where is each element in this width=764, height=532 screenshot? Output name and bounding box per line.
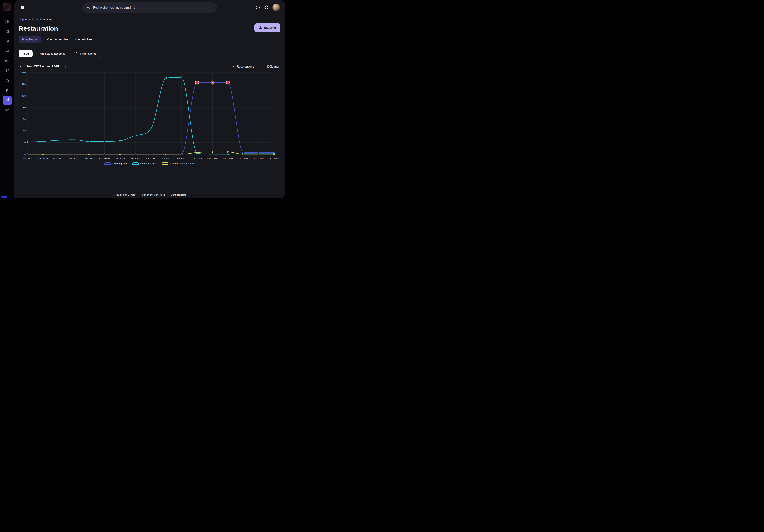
chevron-down-icon — [232, 65, 235, 68]
filter-accepted-chip[interactable]: Participants acceptés — [35, 50, 69, 58]
svg-text:120: 120 — [22, 83, 26, 85]
bed-icon — [5, 59, 9, 64]
sidebar-item-dashboard[interactable] — [3, 17, 12, 27]
user-avatar[interactable] — [273, 4, 280, 11]
svg-text:jeu. 13/07: jeu. 13/07 — [177, 157, 186, 160]
svg-text:!: ! — [212, 81, 213, 84]
sidebar-item-shopping[interactable] — [3, 76, 12, 85]
filter-all-chip[interactable]: Tous — [19, 50, 33, 58]
hamburger-icon — [20, 5, 25, 10]
sidebar-item-settings[interactable] — [3, 105, 12, 115]
svg-text:jeu. 06/07: jeu. 06/07 — [69, 157, 79, 160]
tabs: Graphique Vue d'ensemble Vue détaillée — [19, 36, 281, 43]
svg-text:!: ! — [227, 81, 228, 84]
legend-item[interactable]: Catering Artiste — [132, 162, 157, 165]
legend-swatch — [162, 163, 168, 165]
menu-toggle-button[interactable] — [19, 4, 26, 11]
svg-text:100: 100 — [22, 95, 26, 97]
sidebar-item-building[interactable] — [3, 27, 12, 36]
cutlery-icon — [5, 68, 9, 73]
privacy-link[interactable]: Confidentialité — [171, 194, 186, 196]
legend-item[interactable]: Catering Panier Repas — [162, 162, 195, 165]
tab-vue-densemble[interactable]: Vue d'ensemble — [47, 36, 69, 43]
sliders-icon — [75, 52, 79, 56]
svg-text:sam. 08/07: sam. 08/07 — [99, 157, 110, 160]
topbar — [14, 0, 285, 15]
svg-text:mer. 05/07: mer. 05/07 — [53, 157, 64, 160]
prev-period-button[interactable] — [19, 64, 23, 68]
svg-text:dim. 16/07: dim. 16/07 — [223, 157, 233, 160]
help-icon — [256, 5, 260, 10]
line-chart[interactable]: 020406080100120140lun. 03/07mar. 04/07me… — [19, 70, 280, 162]
app-window: P — [0, 0, 285, 199]
search-input[interactable] — [93, 6, 213, 9]
sidebar-item-parking[interactable]: P — [3, 86, 12, 95]
gear-icon — [5, 108, 9, 112]
legend-swatch — [104, 163, 111, 165]
title-row: Restauration Exporter — [19, 23, 281, 32]
reservations-dropdown-label: Réservations — [237, 65, 254, 68]
svg-text:lun. 17/07: lun. 17/07 — [239, 157, 248, 160]
help-button[interactable] — [256, 5, 261, 10]
search-icon — [87, 5, 90, 10]
download-icon — [259, 26, 262, 30]
sidebar-nav: P — [3, 17, 12, 115]
bottom-left-accent-bar — [0, 196, 7, 199]
filter-advanced-label: Filtre avancé — [80, 52, 96, 55]
chart-legend: Catering StaffCatering ArtisteCatering P… — [19, 162, 281, 165]
breadcrumb: Rapports Restauration — [19, 17, 281, 21]
chevron-down-icon — [263, 65, 266, 68]
next-period-button[interactable] — [64, 64, 68, 68]
svg-text:mar. 04/07: mar. 04/07 — [38, 157, 48, 160]
sidebar-item-accommodation[interactable] — [3, 57, 12, 66]
filter-advanced-chip[interactable]: Filtre avancé — [72, 50, 100, 58]
sidebar-item-chat[interactable] — [3, 47, 12, 56]
shopping-bag-icon — [5, 78, 9, 83]
sidebar: P — [0, 0, 14, 199]
reservations-dropdown[interactable]: Réservations — [231, 65, 255, 68]
theme-toggle-button[interactable] — [264, 5, 269, 10]
chevron-right-icon — [64, 65, 67, 68]
chat-icon — [5, 49, 9, 54]
legend-swatch — [132, 163, 139, 165]
legend-item[interactable]: Catering Staff — [104, 162, 127, 165]
breadcrumb-rapports-link[interactable]: Rapports — [19, 17, 30, 21]
svg-text:sam. 15/07: sam. 15/07 — [207, 157, 218, 160]
export-button[interactable]: Exporter — [255, 23, 281, 32]
tab-vue-detaillee[interactable]: Vue détaillée — [74, 36, 92, 43]
sidebar-item-reports[interactable] — [3, 96, 12, 105]
legend-label: Catering Panier Repas — [170, 162, 195, 165]
meal-dropdown[interactable]: Déjeuner — [262, 65, 281, 68]
sidebar-item-helm[interactable] — [3, 37, 12, 46]
page-title: Restauration — [19, 25, 58, 32]
tabs-divider — [19, 45, 281, 45]
svg-text:mer. 19/07: mer. 19/07 — [269, 157, 280, 160]
svg-text:0: 0 — [24, 153, 26, 156]
parking-icon: P — [6, 88, 8, 93]
svg-text:40: 40 — [23, 130, 26, 132]
powered-by-label: Propulsé par Qomeet — [113, 194, 136, 196]
svg-text:lun. 03/07: lun. 03/07 — [23, 157, 32, 160]
helm-icon — [5, 39, 9, 44]
tab-graphique[interactable]: Graphique — [19, 36, 41, 43]
legend-label: Catering Staff — [112, 162, 127, 165]
svg-text:ven. 07/07: ven. 07/07 — [84, 157, 94, 160]
main-panel: Rapports Restauration Restauration Expor… — [14, 0, 285, 199]
dashboard-icon — [5, 19, 9, 24]
chart-dropdowns: Réservations Déjeuner — [231, 65, 281, 68]
legend-label: Catering Artiste — [140, 162, 157, 165]
svg-text:dim. 09/07: dim. 09/07 — [115, 157, 125, 160]
footer: Propulsé par Qomeet Conditions générales… — [19, 191, 281, 199]
meal-dropdown-label: Déjeuner — [267, 65, 280, 68]
terms-link[interactable]: Conditions générales — [142, 194, 165, 196]
sidebar-item-catering[interactable] — [3, 66, 12, 75]
app-logo[interactable] — [3, 3, 11, 11]
chart-area: 020406080100120140lun. 03/07mar. 04/07me… — [19, 70, 281, 165]
svg-text:20: 20 — [23, 141, 26, 144]
svg-text:!: ! — [197, 81, 197, 84]
breadcrumb-current: Restauration — [35, 17, 51, 21]
svg-text:140: 140 — [22, 71, 26, 74]
chart-header: lun. 03/07 – mer. 19/07 Réservations Déj… — [19, 64, 281, 68]
chart-icon — [5, 98, 9, 103]
export-button-label: Exporter — [264, 26, 276, 29]
